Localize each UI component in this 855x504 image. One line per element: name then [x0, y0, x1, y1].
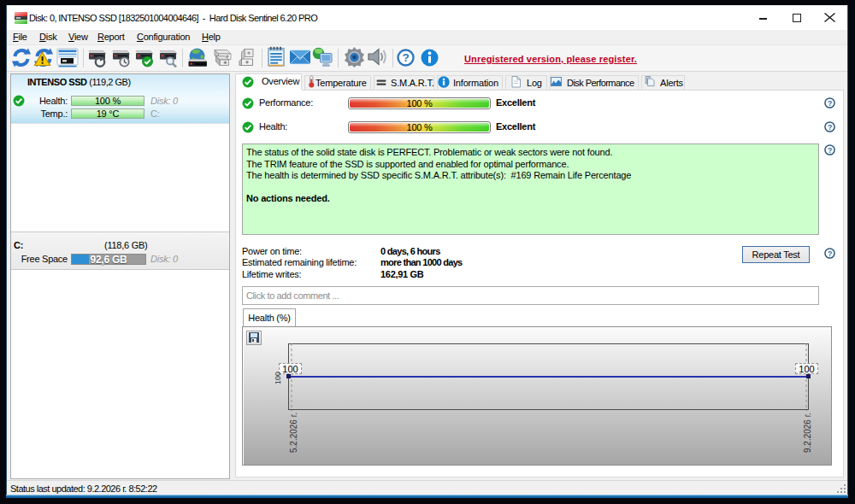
svg-text:?: ?: [828, 249, 832, 258]
svg-text:?: ?: [828, 99, 832, 108]
svg-text:?: ?: [828, 146, 832, 155]
svg-text:?: ?: [402, 51, 409, 64]
svg-text:?: ?: [828, 123, 832, 132]
